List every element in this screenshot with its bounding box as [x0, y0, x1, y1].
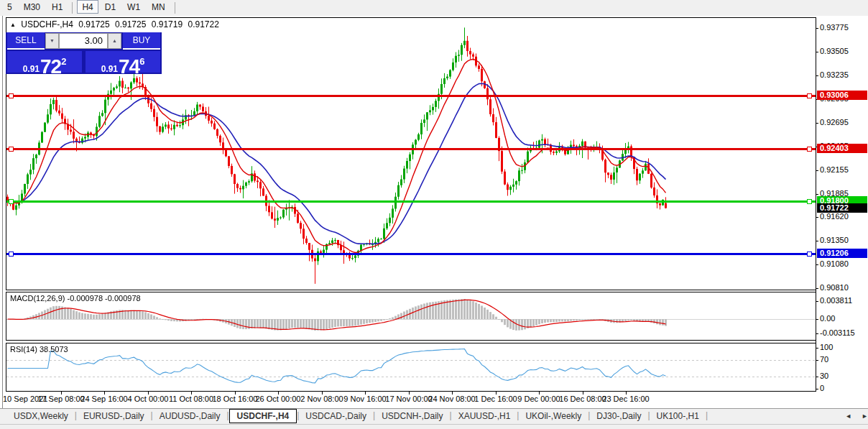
timeframe-button-m30[interactable]: M30 [19, 0, 45, 14]
price-tick-mark [816, 28, 818, 29]
time-tick-label: 1 Dec 16:00 [474, 395, 517, 403]
rsi-tick-mark [816, 348, 818, 349]
price-tick-mark [816, 241, 818, 241]
macd-label: MACD(12,26,9) -0.000978 -0.000978 [10, 294, 141, 303]
chart-tab-usdx-weekly[interactable]: USDX,Weekly [7, 409, 75, 423]
chart-tab-usdcad-daily[interactable]: USDCAD-,Daily [299, 409, 373, 423]
timeframe-button-h4[interactable]: H4 [77, 0, 98, 14]
sell-price-big: 72 [40, 55, 61, 78]
chart-tab-dj30-daily[interactable]: DJ30-,Daily [590, 409, 647, 423]
rsi-tick-mark [816, 377, 818, 377]
hline-price-label: 0.92403 [817, 144, 867, 153]
price-tick-label: 0.91620 [820, 212, 849, 221]
tab-separator: | [706, 410, 708, 420]
sell-button[interactable]: SELL [7, 32, 45, 50]
direction-up-icon: ▲ [10, 22, 16, 28]
status-bar [0, 424, 868, 429]
price-tick-mark [816, 194, 818, 195]
header-open: 0.91725 [78, 19, 109, 29]
sell-price[interactable]: 0.91722 [7, 51, 82, 73]
volume-increase-button[interactable]: ▲ [108, 33, 121, 49]
price-tick-mark [816, 123, 818, 124]
tab-scroll-arrows: ◄► [835, 412, 868, 420]
rsi-canvas[interactable] [6, 343, 816, 391]
time-tick-label: 11 Oct 08:00 [169, 395, 213, 403]
price-tick-label: 0.91350 [820, 236, 849, 244]
toolbar-separator [72, 2, 73, 14]
timeframe-button-d1[interactable]: D1 [100, 0, 121, 14]
macd-tick-label: 0.003811 [820, 296, 852, 305]
macd-tick-label: -0.003115 [820, 328, 855, 337]
price-tick-label: 0.92695 [820, 118, 849, 126]
buy-button[interactable]: BUY [123, 32, 160, 50]
tab-scroll-left-icon[interactable]: ◄ [845, 412, 851, 420]
buy-price[interactable]: 0.91746 [86, 51, 160, 73]
time-tick-label: 2 Nov 08:00 [300, 395, 343, 403]
chart-tab-ukoil-weekly[interactable]: UKOil-,Weekly [519, 409, 588, 423]
volume-field[interactable]: 3.00 [59, 33, 108, 49]
macd-tick-mark [816, 319, 818, 320]
price-tick-mark [816, 170, 818, 171]
chart-tab-xauusd-h1[interactable]: XAUUSD-,H1 [452, 409, 517, 423]
price-tick-mark [816, 217, 818, 218]
price-tick-mark [816, 52, 818, 52]
time-tick-label: 17 Sep 08:00 [37, 395, 84, 403]
chart-header: ▲ USDCHF-,H4 0.91725 0.91725 0.91719 0.9… [10, 19, 222, 29]
price-tick-mark [816, 264, 818, 265]
rsi-tick-mark [816, 360, 818, 361]
price-tick-label: 0.93775 [820, 23, 849, 32]
time-tick-label: 9 Nov 16:00 [343, 395, 386, 403]
rsi-tick-label: 0 [820, 384, 824, 392]
chart-tab-usdchf-h4[interactable]: USDCHF-,H4 [229, 409, 297, 423]
time-tick-label: 23 Dec 16:00 [602, 395, 649, 403]
rsi-tick-label: 30 [820, 372, 828, 380]
header-high: 0.91725 [115, 19, 146, 29]
price-tick-label: 0.91080 [820, 259, 849, 268]
time-tick-label: 24 Sep 16:00 [80, 395, 127, 403]
macd-tick-mark [816, 333, 818, 334]
current-price-label: 0.91722 [817, 203, 867, 213]
timeframe-button-w1[interactable]: W1 [122, 0, 145, 14]
price-tick-mark [816, 288, 818, 289]
chart-tab-eurusd-daily[interactable]: EURUSD-,Daily [77, 409, 151, 423]
toolbar-separator [175, 2, 175, 14]
chart-tab-usdcnh-daily[interactable]: USDCNH-,Daily [375, 409, 449, 423]
sell-price-sup: 2 [61, 56, 66, 67]
header-symbol: USDCHF-,H4 [21, 19, 73, 29]
price-tick-label: 0.92155 [820, 165, 849, 174]
tab-scroll-right-icon[interactable]: ► [862, 412, 868, 420]
buy-price-big: 74 [119, 55, 139, 78]
timeframe-toolbar: 5M30H1H4D1W1MN [0, 0, 868, 17]
time-tick-label: 17 Nov 00:00 [385, 395, 432, 403]
mt4-terminal: { "toolbar": { "timeframes": ["5", "M30"… [0, 0, 868, 429]
timeframe-button-h1[interactable]: H1 [47, 0, 68, 14]
rsi-label: RSI(14) 38.5073 [10, 345, 68, 354]
hline-price-label: 0.93006 [817, 91, 867, 100]
timeframe-button-5[interactable]: 5 [2, 0, 17, 14]
sell-price-prefix: 0.91 [23, 64, 40, 74]
chart-tab-uk100-h1[interactable]: UK100-,H1 [650, 409, 706, 423]
macd-tick-mark [816, 301, 818, 302]
window-left-border [2, 16, 3, 408]
time-tick-label: 18 Oct 16:00 [213, 395, 258, 403]
time-tick-label: 16 Dec 08:00 [559, 395, 606, 403]
price-tick-label: 0.93505 [820, 47, 849, 55]
price-tick-label: 0.90810 [820, 283, 849, 292]
header-low: 0.91719 [152, 19, 183, 29]
time-tick-label: 26 Oct 00:00 [256, 395, 301, 403]
macd-tick-label: 0.00 [820, 314, 835, 323]
volume-decrease-button[interactable]: ▼ [45, 33, 59, 49]
buy-price-sup: 6 [139, 56, 144, 67]
chart-tab-audusd-daily[interactable]: AUDUSD-,Daily [153, 409, 227, 423]
price-tick-mark [816, 75, 818, 76]
one-click-trading-panel: SELL ▼ 3.00 ▲ BUY 0.91722 0.91746 [6, 32, 162, 74]
buy-price-prefix: 0.91 [101, 64, 118, 74]
rsi-tick-label: 70 [820, 355, 828, 364]
rsi-tick-mark [816, 389, 818, 389]
time-tick-label: 24 Nov 08:00 [428, 395, 475, 403]
rsi-tick-label: 100 [820, 343, 833, 351]
timeframe-button-mn[interactable]: MN [147, 0, 170, 14]
time-tick-label: 9 Dec 00:00 [517, 395, 560, 403]
header-close: 0.91722 [188, 19, 218, 29]
time-tick-label: 4 Oct 00:00 [128, 395, 169, 403]
